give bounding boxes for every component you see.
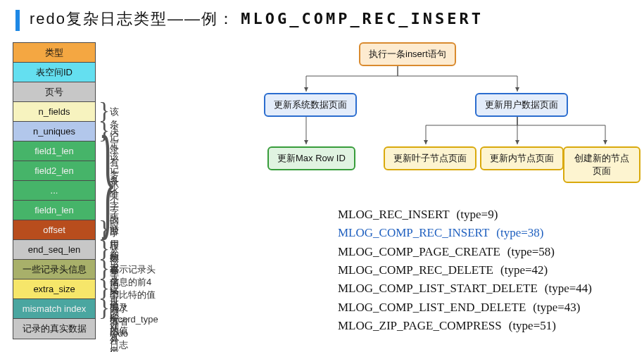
stack-cell: extra_size — [13, 279, 95, 299]
flow-user: 更新用户数据页面 — [475, 93, 568, 117]
stack-cell: 记录的真实数据 — [13, 319, 95, 339]
stack-cell: mismatch index — [13, 299, 95, 319]
page-title: redo复杂日志类型——例： MLOG_COMP_REC_INSERT — [30, 8, 484, 30]
title-prefix: redo复杂日志类型——例： — [30, 10, 235, 27]
flow-maxrow: 更新Max Row ID — [267, 146, 355, 170]
type-entry: MLOG_REC_INSERT(type=9) — [338, 206, 592, 224]
flow-sys: 更新系统数据页面 — [264, 93, 357, 117]
stack-cell: offset — [13, 220, 95, 240]
stack-cell: field1_len — [13, 142, 95, 161]
title-accent — [15, 10, 20, 31]
stack-cell: fieldn_len — [13, 201, 95, 220]
stack-cell: 类型 — [13, 43, 95, 63]
title-code: MLOG_COMP_REC_INSERT — [241, 10, 484, 27]
type-entry: MLOG_COMP_LIST_START_DELETE(type=44) — [338, 279, 592, 298]
type-entry: MLOG_COMP_LIST_END_DELETE(type=43) — [338, 298, 592, 317]
stack-cell: 页号 — [13, 82, 95, 102]
flow-diagram: 执行一条insert语句 更新系统数据页面 更新用户数据页面 更新Max Row… — [246, 42, 640, 183]
flow-leaf: 更新叶子节点页面 — [384, 146, 476, 170]
flow-root: 执行一条insert语句 — [359, 42, 456, 66]
stack-cell: end_seq_len — [13, 240, 95, 260]
stack-cell: 一些记录头信息 — [13, 260, 95, 279]
record-structure-stack: 类型表空间ID页号n_fieldsn_uniquesfield1_lenfiel… — [13, 42, 96, 339]
stack-cell: n_uniques — [13, 122, 95, 142]
stack-cell: field2_len — [13, 161, 95, 181]
type-entry: MLOG_COMP_REC_DELETE(type=42) — [338, 261, 592, 279]
stack-cell: ... — [13, 181, 95, 201]
stack-cell: 表空间ID — [13, 63, 95, 82]
type-entry: MLOG_COMP_PAGE_CREATE(type=58) — [338, 243, 592, 261]
stack-note: 各个字段占用的存储空间大小 — [110, 175, 119, 339]
stack-cell: n_fields — [13, 102, 95, 122]
type-list: MLOG_REC_INSERT(type=9)MLOG_COMP_REC_INS… — [338, 206, 592, 335]
type-entry: MLOG_COMP_REC_INSERT(type=38) — [338, 224, 592, 242]
type-entry: MLOG_ZIP_PAGE_COMPRESS(type=51) — [338, 317, 592, 335]
brace-icon: } — [99, 294, 110, 321]
flow-inner: 更新内节点页面 — [480, 146, 564, 170]
flow-new: 创建新的节点页面 — [563, 146, 640, 183]
